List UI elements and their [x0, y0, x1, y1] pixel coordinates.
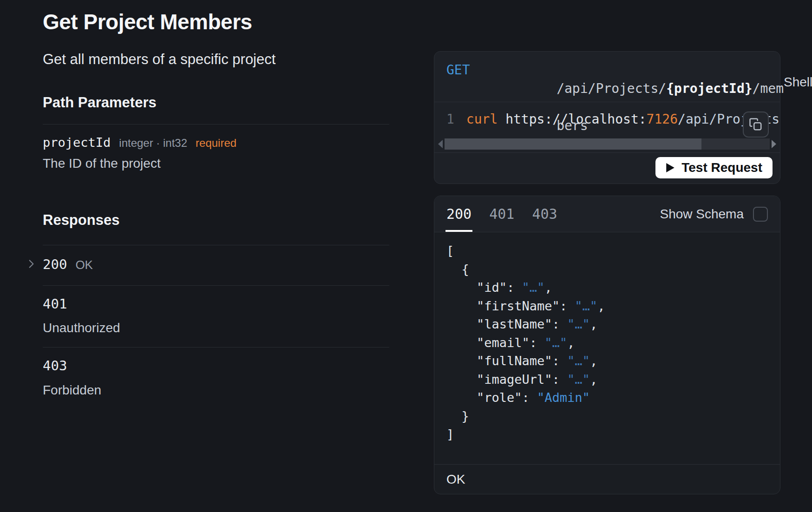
param-type: integer · int32 [119, 137, 187, 150]
response-code-403: 403 [43, 358, 67, 374]
divider [43, 285, 389, 286]
responses-heading: Responses [43, 212, 119, 229]
code-token: [ [446, 243, 454, 258]
play-icon [666, 162, 675, 173]
show-schema-label: Show Schema [660, 207, 744, 222]
code-token: } [446, 409, 469, 423]
request-header: GET /api/Projects/{projectId}/mem bers S… [434, 52, 780, 102]
json-line: "role": "Admin" [446, 388, 768, 407]
code-token: "id": [446, 280, 522, 295]
code-token: "fullName": [446, 354, 567, 368]
show-schema-control: Show Schema [660, 207, 768, 222]
curl-command: curl https://localhost:7126/api/Projects… [466, 112, 780, 127]
code-token: {projectId} [666, 81, 752, 96]
code-token: 7126 [647, 112, 678, 127]
test-request-button[interactable]: Test Request [655, 157, 773, 178]
copy-icon [749, 118, 763, 131]
response-footer: OK [434, 464, 780, 494]
code-token: "lastName": [446, 317, 567, 331]
code-token: , [590, 354, 597, 368]
request-footer: Test Request [434, 153, 780, 184]
json-line: "lastName": "…", [446, 315, 768, 334]
response-label-401: Unauthorized [43, 321, 120, 335]
path-parameter-row: projectId integer · int32 required [43, 135, 236, 150]
param-description: The ID of the project [43, 156, 161, 171]
code-token: "…" [567, 354, 590, 368]
divider [43, 347, 389, 348]
json-line: ] [446, 425, 768, 444]
code-token: , [567, 335, 575, 350]
response-code-200: 200 [43, 256, 67, 272]
code-token: ] [446, 427, 454, 441]
json-line: "imageUrl": "…", [446, 370, 768, 389]
divider [43, 124, 389, 125]
json-line: "fullName": "…", [446, 352, 768, 370]
code-token: "imageUrl": [446, 372, 567, 387]
scroll-left-arrow-icon[interactable] [438, 140, 443, 148]
code-token: "…" [522, 280, 545, 295]
code-snippet-area: 1curl https://localhost:7126/api/Project… [434, 102, 780, 153]
response-example-card: 200401403 Show Schema [ { "id": "…", "fi… [434, 196, 780, 494]
line-number: 1 [446, 112, 454, 127]
response-tab-401[interactable]: 401 [489, 196, 514, 232]
horizontal-scrollbar[interactable] [438, 138, 776, 150]
json-line: { [446, 260, 768, 279]
response-label-403: Forbidden [43, 383, 101, 398]
response-status-tabs: 200401403 [446, 196, 557, 232]
test-request-label: Test Request [681, 160, 762, 175]
response-code-401: 401 [43, 296, 67, 312]
show-schema-checkbox[interactable] [753, 207, 768, 222]
code-token: "Admin" [537, 390, 590, 405]
code-token: "…" [544, 335, 567, 350]
code-token: "…" [575, 299, 597, 313]
response-footer-label: OK [446, 472, 465, 487]
request-endpoint: GET /api/Projects/{projectId}/mem bers [446, 61, 784, 102]
response-tab-200[interactable]: 200 [446, 196, 471, 232]
page-title: Get Project Members [43, 9, 252, 34]
code-token: , [544, 280, 552, 295]
json-line: } [446, 407, 768, 426]
code-token: /mem [753, 81, 784, 96]
api-reference-page: Get Project Members Get all members of a… [0, 0, 812, 512]
code-token: { [446, 262, 469, 276]
client-selector-label: Shell cURL [784, 75, 812, 90]
code-token: , [597, 299, 605, 313]
code-token: curl [466, 112, 505, 127]
chevron-right-icon[interactable] [25, 258, 37, 270]
response-row-200[interactable]: 200 OK [43, 256, 93, 272]
code-token: "…" [567, 372, 590, 387]
curl-command-line: 1curl https://localhost:7126/api/Project… [446, 110, 780, 129]
copy-button[interactable] [743, 112, 769, 138]
code-token: "firstName": [446, 299, 575, 313]
request-example-card: GET /api/Projects/{projectId}/mem bers S… [434, 51, 780, 184]
code-token: "email": [446, 335, 544, 350]
response-label-200: OK [75, 258, 93, 272]
code-token: https://localhost: [505, 112, 646, 127]
response-body-json: [ { "id": "…", "firstName": "…", "lastNa… [434, 232, 780, 464]
http-method: GET [446, 61, 470, 79]
code-token: , [590, 372, 597, 387]
param-name: projectId [43, 135, 111, 150]
code-token: "…" [567, 317, 590, 331]
response-header: 200401403 Show Schema [434, 196, 780, 232]
json-line: [ [446, 242, 768, 260]
code-token: , [590, 317, 597, 331]
json-line: "firstName": "…", [446, 297, 768, 315]
client-library-selector[interactable]: Shell cURL [784, 63, 812, 102]
param-required-badge: required [196, 137, 236, 150]
code-token: /api/Projects/ [557, 81, 666, 96]
request-path-line1: /api/Projects/{projectId}/mem [557, 81, 784, 96]
json-line: "id": "…", [446, 278, 768, 297]
scrollbar-thumb[interactable] [445, 138, 701, 150]
scroll-right-arrow-icon[interactable] [772, 140, 776, 148]
path-parameters-heading: Path Parameters [43, 94, 157, 111]
response-tab-403[interactable]: 403 [532, 196, 557, 232]
divider [43, 245, 389, 245]
code-token: "role": [446, 390, 537, 405]
scrollbar-track[interactable] [445, 138, 770, 150]
endpoint-description: Get all members of a specific project [43, 51, 275, 68]
json-line: "email": "…", [446, 334, 768, 352]
